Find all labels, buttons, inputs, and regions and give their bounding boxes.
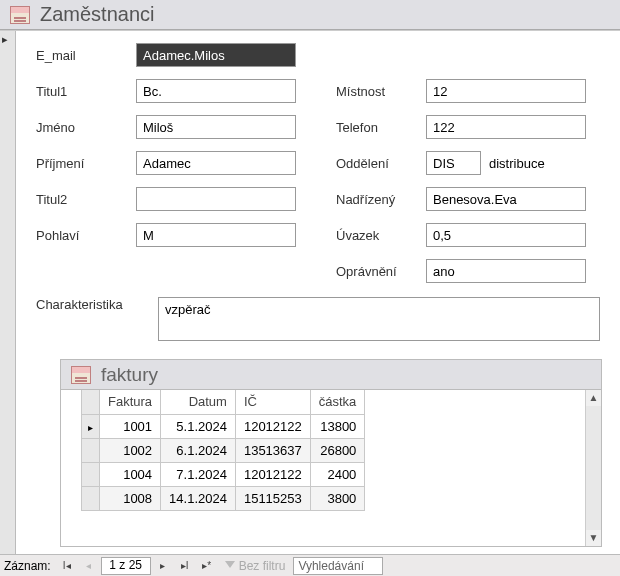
nav-search[interactable]: Vyhledávání [293,557,383,575]
field-titul1[interactable]: Bc. [136,79,296,103]
label-nadrizeny: Nadřízený [336,192,426,207]
field-oddeleni-code[interactable]: DIS [426,151,481,175]
row-selector[interactable] [82,462,100,486]
label-oddeleni: Oddělení [336,156,426,171]
form-body: E_mail Adamec.Milos Titul1 Bc. Místnost … [16,31,620,554]
field-titul2[interactable] [136,187,296,211]
nav-label: Záznam: [4,559,51,573]
current-record-marker: ▸ [2,33,8,46]
form-title: Zaměstnanci [40,3,155,26]
table-corner [82,390,100,414]
col-faktura[interactable]: Faktura [100,390,161,414]
nav-new-button[interactable]: ▸* [197,557,217,575]
field-nadrizeny[interactable]: Benesova.Eva [426,187,586,211]
form-icon [10,6,30,24]
record-navigator: Záznam: I◂ ◂ 1 z 25 ▸ ▸I ▸* Bez filtru V… [0,554,620,576]
label-titul2: Titul2 [36,192,136,207]
row-selector[interactable] [82,438,100,462]
nav-position[interactable]: 1 z 25 [101,557,151,575]
field-pohlavi[interactable]: M [136,223,296,247]
field-uvazek[interactable]: 0,5 [426,223,586,247]
field-telefon[interactable]: 122 [426,115,586,139]
field-jmeno[interactable]: Miloš [136,115,296,139]
nav-filter[interactable]: Bez filtru [225,559,286,573]
field-oddeleni-name: distribuce [489,156,545,171]
form-icon [71,366,91,384]
subform-scrollbar[interactable]: ▲ ▼ [585,390,601,546]
col-datum[interactable]: Datum [161,390,236,414]
label-telefon: Telefon [336,120,426,135]
form-header: Zaměstnanci [0,0,620,30]
scroll-up-icon[interactable]: ▲ [589,390,599,406]
subform-header: faktury [61,360,601,390]
row-selector[interactable] [82,414,100,438]
subform-title: faktury [101,364,158,386]
label-charak: Charakteristika [36,297,148,312]
field-opravneni[interactable]: ano [426,259,586,283]
label-email: E_mail [36,48,136,63]
field-email[interactable]: Adamec.Milos [136,43,296,67]
nav-first-button[interactable]: I◂ [57,557,77,575]
field-mistnost[interactable]: 12 [426,79,586,103]
label-prijmeni: Příjmení [36,156,136,171]
field-prijmeni[interactable]: Adamec [136,151,296,175]
record-selector[interactable]: ▸ [0,31,16,554]
table-row[interactable]: 1004 7.1.2024 12012122 2400 [82,462,365,486]
label-titul1: Titul1 [36,84,136,99]
scroll-track[interactable] [586,406,601,530]
label-opravneni: Oprávnění [336,264,426,279]
subform-faktury: faktury Faktura Datum IČ částka [60,359,602,547]
label-pohlavi: Pohlaví [36,228,136,243]
nav-next-button[interactable]: ▸ [153,557,173,575]
field-charak[interactable]: vzpěrač [158,297,600,341]
funnel-icon [225,561,235,571]
nav-last-button[interactable]: ▸I [175,557,195,575]
table-row[interactable]: 1002 6.1.2024 13513637 26800 [82,438,365,462]
nav-prev-button[interactable]: ◂ [79,557,99,575]
table-row[interactable]: 1008 14.1.2024 15115253 3800 [82,486,365,510]
label-uvazek: Úvazek [336,228,426,243]
col-ic[interactable]: IČ [235,390,310,414]
faktury-table: Faktura Datum IČ částka 1001 5.1.2024 12… [81,390,365,511]
scroll-down-icon[interactable]: ▼ [589,530,599,546]
label-jmeno: Jméno [36,120,136,135]
label-mistnost: Místnost [336,84,426,99]
row-selector[interactable] [82,486,100,510]
table-row[interactable]: 1001 5.1.2024 12012122 13800 [82,414,365,438]
col-castka[interactable]: částka [310,390,365,414]
